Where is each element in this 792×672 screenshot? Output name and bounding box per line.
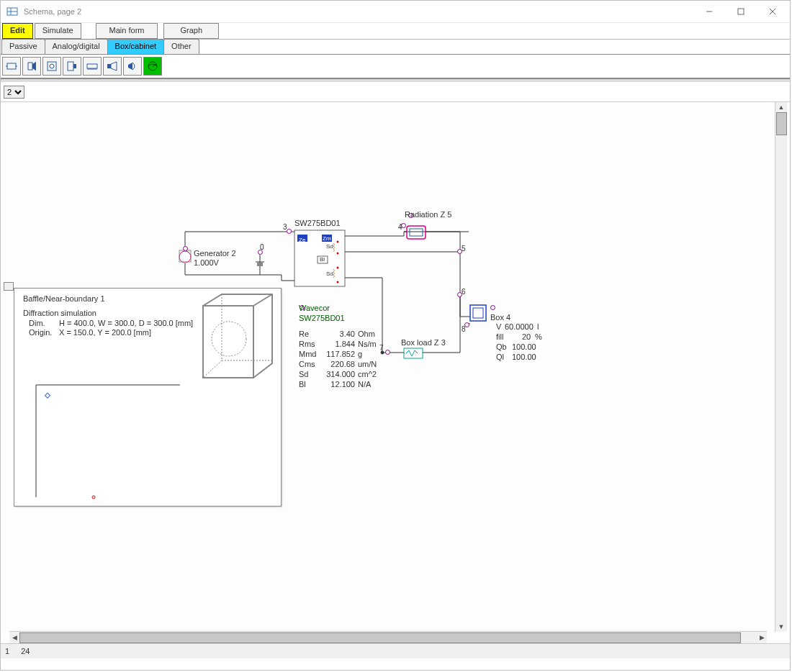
comp-icon-1[interactable] [2, 57, 21, 76]
tab-analog-digital[interactable]: Analog/digital [45, 39, 108, 54]
scroll-down-arrow-icon[interactable]: ▼ [775, 622, 787, 632]
pin [183, 246, 188, 251]
svg-point-31 [337, 281, 339, 283]
box-ql-n: Ql [496, 353, 504, 361]
svg-line-48 [253, 294, 272, 306]
svg-point-28 [337, 241, 339, 243]
svg-point-52 [212, 322, 246, 356]
spec-mmd-u: g [358, 350, 362, 358]
pin [490, 305, 495, 310]
spec-bl-u: N/A [358, 380, 371, 389]
hscroll-thumb[interactable] [19, 632, 741, 643]
svg-point-12 [50, 64, 54, 68]
node-6: 6 [462, 288, 466, 296]
mainform-button[interactable]: Main form [96, 23, 158, 39]
svg-rect-23 [257, 263, 263, 266]
window-title: Schema, page 2 [24, 7, 693, 16]
comp-icon-2[interactable] [22, 57, 41, 76]
svg-rect-43 [410, 229, 423, 236]
panel-graphic [14, 289, 281, 506]
canvas-wrap: 0 3 4 5 6 7 8 Generator 2 1.000V SW275BD… [1, 102, 787, 643]
component-tabs: Passive Analog/digital Box/cabinet Other [1, 40, 790, 55]
svg-rect-36 [470, 305, 486, 321]
spec-rms-n: Rms [299, 340, 315, 348]
label-radiation: Radiation Z 5 [405, 210, 451, 219]
page-select[interactable]: 2 [4, 86, 24, 99]
svg-point-29 [337, 253, 339, 255]
panel-tab-handle[interactable] [4, 282, 14, 291]
spec-brand: Wavecor [299, 304, 330, 312]
spec-mmd-n: Mmd [299, 350, 316, 358]
graph-button[interactable]: Graph [163, 23, 219, 39]
maximize-button[interactable] [725, 1, 757, 22]
status-cell-1: 1 [5, 645, 15, 658]
horizontal-scrollbar[interactable]: ◀ ▶ [9, 631, 767, 643]
comp-icon-7[interactable] [123, 57, 142, 76]
driver-in-sd-bot: Sd [326, 271, 333, 277]
svg-point-30 [337, 267, 339, 269]
scroll-right-arrow-icon[interactable]: ▶ [757, 632, 767, 643]
svg-line-50 [203, 360, 222, 378]
simulate-button[interactable]: Simulate [35, 23, 81, 39]
tab-other[interactable]: Other [163, 39, 199, 54]
driver-in-ze: Ze [299, 237, 305, 243]
svg-point-56 [92, 496, 95, 499]
scroll-up-arrow-icon[interactable]: ▲ [775, 102, 787, 112]
node-4: 4 [398, 223, 402, 231]
spec-cms-n: Cms [299, 360, 315, 368]
label-box: Box 4 [490, 313, 510, 322]
driver-in-zm: Zm [323, 235, 331, 242]
vertical-scrollbar[interactable]: ▲ ▼ [775, 102, 787, 632]
close-button[interactable] [757, 1, 788, 22]
comp-icon-6[interactable] [103, 57, 122, 76]
svg-rect-7 [7, 63, 16, 69]
driver-in-sd-top: Sd [326, 243, 333, 250]
comp-icon-4[interactable] [63, 57, 81, 76]
status-bar: 1 24 [1, 643, 790, 658]
node-8: 8 [462, 325, 466, 333]
spec-re-n: Re [299, 330, 309, 338]
label-generator: Generator 2 [194, 249, 236, 258]
box-v-u: l [537, 322, 539, 331]
schematic-canvas[interactable]: 0 3 4 5 6 7 8 Generator 2 1.000V SW275BD… [1, 102, 767, 632]
page-selector-bar: 2 [1, 83, 790, 102]
spec-bl-n: Bl [299, 380, 306, 389]
spec-re-u: Ohm [358, 330, 375, 338]
comp-icon-5[interactable] [83, 57, 102, 76]
spec-re-v: 3.40 [326, 330, 355, 338]
label-boxload: Box load Z 3 [401, 338, 446, 347]
spec-sd-v: 314.000 [322, 370, 355, 378]
spec-cms-v: 220.68 [322, 360, 355, 368]
label-driver: SW275BD01 [294, 219, 341, 227]
tab-box-cabinet[interactable]: Box/cabinet [107, 39, 164, 54]
edit-button[interactable]: Edit [2, 23, 33, 39]
node-7: 7 [379, 344, 384, 352]
node-0: 0 [260, 243, 264, 251]
spec-cms-u: um/N [358, 360, 377, 368]
svg-rect-37 [473, 308, 483, 318]
baffle-panel[interactable]: Baffle/Near-boundary 1 Diffraction simul… [14, 288, 282, 507]
label-generator-value: 1.000V [194, 258, 219, 267]
svg-rect-14 [73, 64, 76, 68]
app-window: Schema, page 2 Edit Simulate Main form G… [0, 0, 791, 671]
vscroll-thumb[interactable] [776, 112, 787, 135]
comp-icon-8[interactable] [143, 57, 162, 76]
node-3: 3 [283, 223, 287, 231]
tab-passive[interactable]: Passive [1, 39, 45, 54]
svg-rect-10 [28, 63, 32, 70]
svg-rect-11 [48, 62, 56, 71]
box-qb-n: Qb [496, 342, 507, 351]
box-qb-v: 100.00 [512, 342, 536, 351]
svg-rect-17 [107, 64, 111, 68]
status-cell-2: 24 [15, 645, 35, 658]
minimize-button[interactable] [693, 1, 725, 22]
spec-model: SW275BD01 [299, 314, 345, 322]
pin [385, 350, 390, 355]
comp-icon-3[interactable] [42, 57, 61, 76]
box-fill-n: fill [496, 332, 503, 341]
svg-rect-15 [87, 64, 97, 68]
spec-bl-v: 12.100 [322, 380, 355, 389]
scroll-left-arrow-icon[interactable]: ◀ [9, 632, 19, 643]
main-toolbar: Edit Simulate Main form Graph [1, 23, 790, 40]
spec-mmd-v: 117.852 [322, 350, 355, 358]
